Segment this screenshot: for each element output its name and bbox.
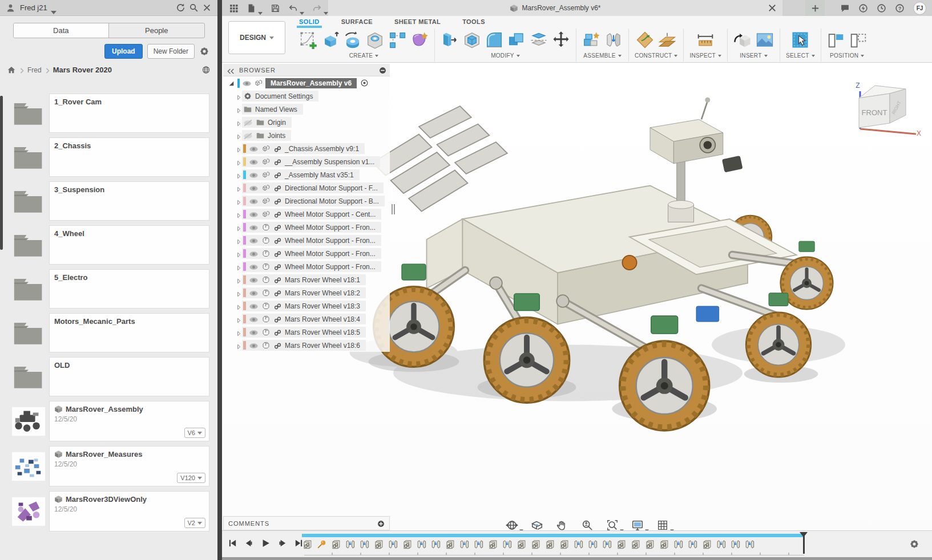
timeline-feature[interactable] <box>544 538 555 550</box>
expander-icon[interactable] <box>236 106 242 113</box>
folder-item[interactable]: 5_Electro <box>8 269 209 309</box>
browser-tree-row[interactable]: Joints <box>223 129 390 142</box>
timeline-feature[interactable] <box>644 538 655 550</box>
eye-icon[interactable] <box>249 171 259 178</box>
timeline-feature[interactable] <box>587 538 598 550</box>
tab-tools[interactable]: TOOLS <box>462 18 485 28</box>
help-icon[interactable]: ? <box>895 3 905 13</box>
panel-divider[interactable] <box>217 0 222 560</box>
tab-people[interactable]: People <box>109 23 204 38</box>
expander-icon[interactable] <box>236 132 242 139</box>
timeline-feature[interactable] <box>345 538 356 550</box>
expander-icon[interactable] <box>236 316 242 323</box>
timeline-feature[interactable] <box>559 538 570 550</box>
timeline-feature[interactable] <box>602 538 612 550</box>
split-icon[interactable] <box>530 31 548 49</box>
expander-icon[interactable] <box>236 290 242 297</box>
extrude-icon[interactable] <box>321 31 340 49</box>
position-b-icon[interactable] <box>849 31 868 49</box>
version-badge[interactable]: V2 <box>184 518 205 528</box>
eye-icon[interactable] <box>242 79 252 87</box>
eye-icon[interactable] <box>249 250 259 257</box>
tab-sheet-metal[interactable]: SHEET METAL <box>394 18 441 28</box>
timeline-feature[interactable] <box>459 538 470 550</box>
eye-icon[interactable] <box>249 328 259 336</box>
eye-icon[interactable] <box>249 145 259 152</box>
new-folder-button[interactable]: New Folder <box>147 44 195 59</box>
file-card[interactable]: MarsRover_Assembly 12/5/20 V6 <box>49 401 209 441</box>
browser-tree-row[interactable]: Directional Motor Support - F... <box>223 181 390 194</box>
move-icon[interactable] <box>552 31 570 49</box>
profile-avatar[interactable]: FJ <box>913 2 926 15</box>
document-tab[interactable]: MarsRover_Assembly v6* <box>328 0 782 16</box>
eye-icon[interactable] <box>249 263 259 270</box>
timeline-feature[interactable] <box>530 538 541 550</box>
section-label[interactable]: MODIFY <box>491 52 520 59</box>
expander-icon[interactable] <box>236 185 242 192</box>
expander-icon[interactable] <box>236 119 242 126</box>
browser-tree-row[interactable]: Mars Rover Wheel v18:4 <box>223 313 390 326</box>
browser-root-row[interactable]: MarsRover_Assembly v6 <box>223 76 390 90</box>
upload-button[interactable]: Upload <box>104 44 143 59</box>
shell-icon[interactable] <box>463 31 481 49</box>
model-canvas[interactable]: BROWSER MarsRover_Assembly v6 <box>222 63 932 560</box>
section-label[interactable]: ASSEMBLE <box>583 52 621 59</box>
nav-tool[interactable] <box>531 519 548 531</box>
nav-tool[interactable] <box>631 519 649 531</box>
home-icon[interactable] <box>7 66 16 74</box>
section-label[interactable]: INSPECT <box>689 52 721 59</box>
timeline-feature[interactable] <box>388 538 398 550</box>
sketch-icon[interactable] <box>299 31 317 49</box>
section-label[interactable]: CONSTRUCT <box>635 52 677 59</box>
eye-off-icon[interactable] <box>243 119 253 126</box>
timeline-feature[interactable] <box>502 538 513 550</box>
root-component-label[interactable]: MarsRover_Assembly v6 <box>265 78 357 88</box>
folder-card[interactable]: 4_Wheel <box>49 225 209 265</box>
play-icon[interactable] <box>261 538 271 548</box>
timeline-feature[interactable] <box>630 538 641 550</box>
file-card[interactable]: MarsRover_Measures 12/5/20 V120 <box>49 446 209 486</box>
browser-tree-row[interactable]: Origin <box>223 116 390 129</box>
expander-icon[interactable] <box>236 224 242 231</box>
job-status-clock-icon[interactable] <box>877 3 886 13</box>
expander-open-icon[interactable] <box>228 79 235 87</box>
timeline-feature[interactable] <box>701 538 712 550</box>
timeline-feature[interactable] <box>516 538 527 550</box>
timeline-feature[interactable] <box>330 538 341 550</box>
eye-icon[interactable] <box>249 158 259 165</box>
position-a-icon[interactable] <box>827 31 845 49</box>
version-badge[interactable]: V6 <box>184 428 205 438</box>
expander-icon[interactable] <box>236 250 242 257</box>
browser-tree-row[interactable]: Mars Rover Wheel v18:3 <box>223 299 390 313</box>
save-icon[interactable] <box>271 3 280 13</box>
timeline-settings-gear-icon[interactable] <box>909 539 919 549</box>
timeline-feature[interactable] <box>402 538 413 550</box>
eye-icon[interactable] <box>249 289 259 297</box>
timeline-playhead[interactable] <box>800 532 808 555</box>
timeline-feature[interactable] <box>445 538 455 550</box>
eye-icon[interactable] <box>249 237 259 244</box>
browser-tree-row[interactable]: Mars Rover Wheel v18:6 <box>223 339 390 352</box>
folder-item[interactable]: 3_Suspension <box>8 181 209 221</box>
search-icon[interactable] <box>189 3 199 13</box>
folder-card[interactable]: 1_Rover Cam <box>49 94 209 133</box>
activate-target-icon[interactable] <box>360 79 369 87</box>
app-grid-icon[interactable] <box>229 3 239 13</box>
panel-scrollbar[interactable] <box>0 96 3 250</box>
nav-tool[interactable] <box>656 519 674 531</box>
view-cube[interactable]: FRONT RIGHT Z X <box>832 67 923 137</box>
folder-item[interactable]: OLD <box>8 357 209 396</box>
nav-tool[interactable] <box>506 519 523 531</box>
workspace-switcher[interactable]: DESIGN <box>228 21 285 54</box>
section-label[interactable]: CREATE <box>349 52 379 59</box>
expander-icon[interactable] <box>236 303 242 310</box>
eye-icon[interactable] <box>249 342 259 349</box>
browser-tree-row[interactable]: Named Views <box>223 103 390 116</box>
go-to-start-icon[interactable] <box>228 538 237 548</box>
canvas-img-icon[interactable] <box>756 31 774 49</box>
section-label[interactable]: POSITION <box>830 52 864 59</box>
timeline-feature[interactable] <box>616 538 627 550</box>
expander-icon[interactable] <box>236 93 242 100</box>
folder-item[interactable]: 4_Wheel <box>8 225 209 265</box>
collapse-panel-icon[interactable] <box>227 67 235 74</box>
